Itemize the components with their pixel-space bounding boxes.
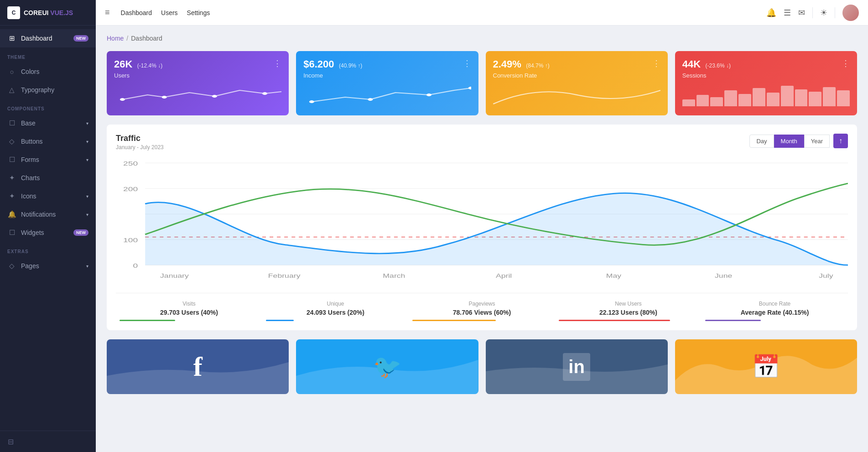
stat-more-sessions[interactable]: ⋮ bbox=[842, 58, 850, 68]
svg-text:January: January bbox=[160, 273, 189, 279]
social-card-twitter[interactable]: 🐦 bbox=[296, 339, 478, 394]
sidebar-item-icons[interactable]: ✦ Icons ▾ bbox=[0, 187, 96, 205]
topbar-nav-users[interactable]: Users bbox=[161, 9, 178, 16]
sessions-bar-chart bbox=[682, 83, 850, 106]
time-btn-month[interactable]: Month bbox=[774, 135, 804, 148]
svg-text:250: 250 bbox=[123, 160, 138, 167]
sidebar-footer: ⊟ bbox=[0, 431, 96, 452]
hamburger-button[interactable]: ≡ bbox=[105, 8, 110, 17]
topbar-nav-dashboard[interactable]: Dashboard bbox=[121, 9, 152, 16]
colors-icon: ○ bbox=[7, 67, 16, 76]
bouncerate-bar bbox=[705, 320, 761, 321]
pageviews-value: 78.706 Views (60%) bbox=[412, 309, 551, 316]
sidebar-item-base[interactable]: ☐ Base ▾ bbox=[0, 114, 96, 132]
sidebar-item-colors[interactable]: ○ Colors bbox=[0, 62, 96, 81]
topbar-divider bbox=[812, 7, 813, 18]
chevron-icon: ▾ bbox=[86, 139, 88, 144]
traffic-chart-svg: 250 200 100 0 January February March Apr… bbox=[116, 158, 848, 286]
sidebar-item-label: Pages bbox=[21, 262, 86, 270]
unique-value: 24.093 Users (20%) bbox=[266, 309, 405, 316]
stat-more-income[interactable]: ⋮ bbox=[463, 58, 471, 68]
sidebar-item-forms[interactable]: ☐ Forms ▾ bbox=[0, 151, 96, 169]
stat-label-sessions: Sessions bbox=[682, 72, 850, 79]
stat-card-income: $6.200 (40.9% ↑) ⋮ Income bbox=[296, 51, 478, 115]
base-icon: ☐ bbox=[7, 119, 16, 128]
social-card-linkedin[interactable]: in bbox=[486, 339, 668, 394]
user-avatar[interactable] bbox=[842, 5, 859, 21]
svg-text:March: March bbox=[383, 273, 405, 279]
time-btn-year[interactable]: Year bbox=[804, 135, 830, 148]
sidebar-item-label: Dashboard bbox=[21, 35, 71, 42]
topbar-nav: Dashboard Users Settings bbox=[121, 9, 210, 16]
newusers-label: New Users bbox=[559, 301, 698, 307]
svg-text:0: 0 bbox=[133, 262, 138, 269]
traffic-stat-bouncerate: Bounce Rate Average Rate (40.15%) bbox=[702, 301, 848, 321]
sidebar-collapse-button[interactable]: ⊟ bbox=[4, 435, 17, 448]
traffic-stat-unique: Unique 24.093 Users (20%) bbox=[262, 301, 409, 321]
newusers-bar bbox=[559, 320, 670, 321]
main-content: ≡ Dashboard Users Settings 🔔 ☰ ✉ ☀ Home … bbox=[96, 0, 868, 452]
mail-icon[interactable]: ✉ bbox=[798, 8, 805, 18]
sidebar-item-widgets[interactable]: ☐ Widgets NEW bbox=[0, 223, 96, 242]
theme-icon[interactable]: ☀ bbox=[820, 8, 827, 18]
sidebar-item-label: Notifications bbox=[21, 211, 86, 218]
svg-text:May: May bbox=[606, 273, 622, 279]
svg-point-7 bbox=[468, 87, 471, 89]
dashboard-badge: NEW bbox=[73, 35, 88, 42]
topbar-nav-settings[interactable]: Settings bbox=[187, 9, 210, 16]
bell-icon[interactable]: 🔔 bbox=[766, 8, 776, 18]
pages-icon: ◇ bbox=[7, 261, 16, 270]
stat-more-users[interactable]: ⋮ bbox=[273, 58, 281, 68]
traffic-stat-visits: Visits 29.703 Users (40%) bbox=[116, 301, 262, 321]
traffic-card: Traffic January - July 2023 Day Month Ye… bbox=[107, 125, 857, 330]
traffic-controls: Day Month Year ↑ bbox=[749, 134, 848, 148]
stat-card-conversion: 2.49% (84.7% ↑) ⋮ Conversion Rate bbox=[486, 51, 668, 115]
sidebar-item-buttons[interactable]: ◇ Buttons ▾ bbox=[0, 132, 96, 151]
svg-text:February: February bbox=[268, 273, 301, 279]
sidebar-item-notifications[interactable]: 🔔 Notifications ▾ bbox=[0, 205, 96, 223]
social-card-facebook[interactable]: f bbox=[107, 339, 289, 394]
svg-point-1 bbox=[162, 96, 167, 99]
stat-more-conversion[interactable]: ⋮ bbox=[652, 58, 660, 68]
sidebar-item-typography[interactable]: △ Typography bbox=[0, 81, 96, 99]
sidebar-item-charts[interactable]: ✦ Charts bbox=[0, 169, 96, 187]
traffic-subtitle: January - July 2023 bbox=[116, 144, 164, 151]
typography-icon: △ bbox=[7, 85, 16, 94]
breadcrumb: Home / Dashboard bbox=[107, 35, 857, 42]
stat-cards-grid: 26K (-12.4% ↓) ⋮ Users bbox=[107, 51, 857, 115]
sidebar-item-label: Base bbox=[21, 119, 86, 127]
traffic-chart-area: 250 200 100 0 January February March Apr… bbox=[116, 158, 848, 286]
svg-point-5 bbox=[368, 98, 373, 101]
sidebar-item-label: Charts bbox=[21, 174, 88, 182]
forms-icon: ☐ bbox=[7, 155, 16, 164]
logo-icon: C bbox=[7, 6, 20, 19]
time-btn-day[interactable]: Day bbox=[749, 135, 774, 148]
svg-text:June: June bbox=[715, 273, 732, 279]
widgets-badge: NEW bbox=[73, 229, 88, 236]
components-section-label: COMPONENTS bbox=[0, 99, 96, 114]
sidebar-item-label: Forms bbox=[21, 156, 86, 163]
sidebar-item-label: Buttons bbox=[21, 138, 86, 145]
page-content: Home / Dashboard 26K (-12.4% ↓) ⋮ Users bbox=[96, 26, 868, 452]
stat-label-income: Income bbox=[303, 72, 471, 79]
list-icon[interactable]: ☰ bbox=[784, 8, 791, 18]
topbar: ≡ Dashboard Users Settings 🔔 ☰ ✉ ☀ bbox=[96, 0, 868, 26]
upload-button[interactable]: ↑ bbox=[833, 134, 848, 148]
stat-change-conversion: (84.7% ↑) bbox=[526, 62, 549, 69]
svg-point-4 bbox=[309, 100, 314, 103]
chevron-icon: ▾ bbox=[86, 212, 88, 217]
stat-value-sessions: 44K bbox=[682, 58, 701, 70]
traffic-header: Traffic January - July 2023 Day Month Ye… bbox=[116, 134, 848, 151]
stat-card-sessions: 44K (-23.6% ↓) ⋮ Sessions bbox=[675, 51, 857, 115]
chevron-icon: ▾ bbox=[86, 157, 88, 162]
traffic-stat-newusers: New Users 22.123 Users (80%) bbox=[555, 301, 702, 321]
breadcrumb-separator: / bbox=[126, 35, 128, 42]
breadcrumb-home[interactable]: Home bbox=[107, 35, 124, 42]
sidebar-item-dashboard[interactable]: ⊞ Dashboard NEW bbox=[0, 29, 96, 47]
stat-value-users: 26K bbox=[114, 58, 132, 70]
chevron-icon: ▾ bbox=[86, 264, 88, 269]
pageviews-bar bbox=[412, 320, 496, 321]
sidebar-item-pages[interactable]: ◇ Pages ▾ bbox=[0, 257, 96, 275]
social-card-calendar[interactable]: 📅 bbox=[675, 339, 857, 394]
traffic-title: Traffic bbox=[116, 134, 164, 143]
